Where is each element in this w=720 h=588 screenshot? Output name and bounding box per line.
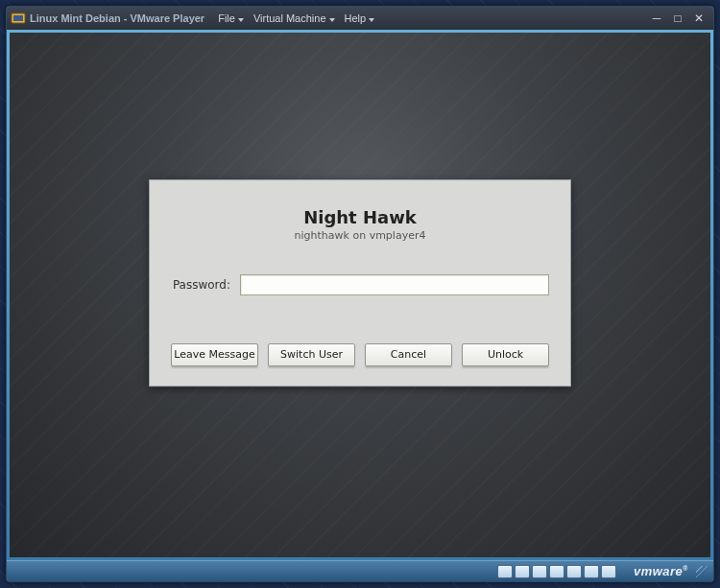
- usb-icon[interactable]: [566, 565, 582, 578]
- leave-message-button[interactable]: Leave Message: [171, 343, 258, 366]
- user-display-name: Night Hawk: [171, 207, 549, 227]
- switch-user-button[interactable]: Switch User: [268, 343, 355, 366]
- guest-display: Night Hawk nighthawk on vmplayer4 Passwo…: [10, 33, 710, 557]
- chevron-down-icon: [329, 12, 335, 24]
- button-row: Leave Message Switch User Cancel Unlock: [171, 343, 549, 366]
- floppy-icon[interactable]: [532, 565, 547, 578]
- close-button[interactable]: ✕: [692, 12, 706, 25]
- sound-icon[interactable]: [584, 565, 599, 578]
- user-host-sublabel: nighthawk on vmplayer4: [171, 229, 549, 242]
- menu-help-label: Help: [345, 12, 367, 24]
- menu-help[interactable]: Help: [341, 11, 379, 26]
- menu-virtual-machine[interactable]: Virtual Machine: [250, 11, 339, 26]
- svg-rect-1: [13, 15, 23, 21]
- password-row: Password:: [171, 274, 549, 295]
- resize-grip-icon[interactable]: [696, 566, 708, 577]
- password-input[interactable]: [240, 274, 549, 295]
- password-label: Password:: [171, 278, 230, 292]
- menu-file-label: File: [218, 12, 235, 24]
- vmware-brand-label: vmware®: [634, 564, 688, 578]
- status-icons: [497, 565, 616, 578]
- minimize-button[interactable]: ─: [650, 12, 663, 25]
- window-title: Linux Mint Debian - VMware Player: [30, 12, 204, 24]
- maximize-button[interactable]: □: [671, 12, 684, 25]
- printer-icon[interactable]: [601, 565, 616, 578]
- vmware-app-icon: [11, 11, 26, 26]
- menu-file[interactable]: File: [214, 11, 248, 26]
- hdd-icon[interactable]: [497, 565, 513, 578]
- menu-bar: File Virtual Machine Help: [214, 11, 378, 26]
- vmware-player-window: Linux Mint Debian - VMware Player File V…: [6, 6, 714, 582]
- network-icon[interactable]: [549, 565, 564, 578]
- cdrom-icon[interactable]: [515, 565, 530, 578]
- chevron-down-icon: [238, 12, 244, 24]
- menu-vm-label: Virtual Machine: [253, 12, 326, 24]
- cancel-button[interactable]: Cancel: [365, 343, 452, 366]
- titlebar: Linux Mint Debian - VMware Player File V…: [7, 7, 713, 30]
- window-controls: ─ □ ✕: [650, 12, 709, 25]
- lock-screen-dialog: Night Hawk nighthawk on vmplayer4 Passwo…: [149, 179, 571, 387]
- chevron-down-icon: [369, 12, 374, 24]
- unlock-button[interactable]: Unlock: [462, 343, 549, 366]
- statusbar: vmware®: [7, 560, 713, 581]
